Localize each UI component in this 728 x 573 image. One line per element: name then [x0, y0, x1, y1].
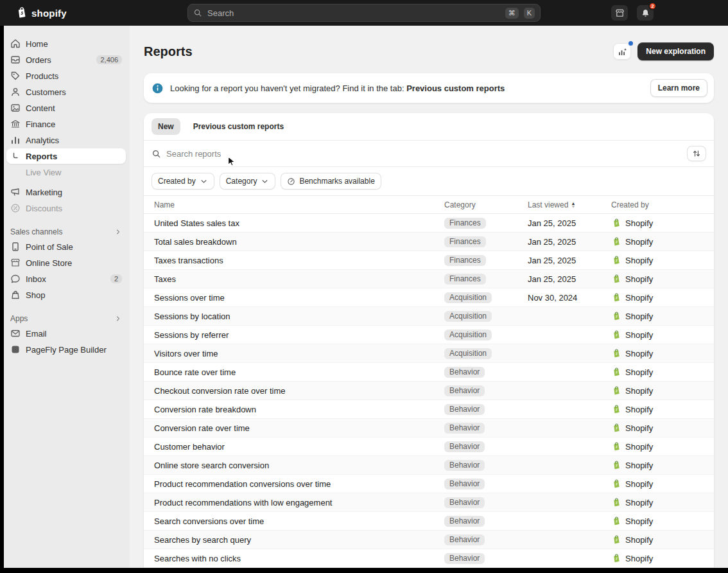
shopify-logo-icon	[611, 274, 621, 284]
table-row[interactable]: Taxes transactions Finances Jan 25, 2025…	[144, 251, 714, 270]
sidebar-item-online-store[interactable]: Online Store	[6, 255, 126, 270]
sort-button[interactable]	[687, 146, 706, 161]
global-search-input[interactable]	[207, 8, 500, 18]
sidebar-item-content[interactable]: Content	[6, 100, 126, 116]
table-row[interactable]: Sessions by referrer Acquisition Shopify	[144, 326, 714, 344]
sidebar-item-point-of-sale[interactable]: Point of Sale	[6, 239, 126, 254]
category-badge: Behavior	[444, 553, 485, 564]
table-row[interactable]: Visitors over time Acquisition Shopify	[144, 344, 714, 363]
tab-previous-custom-reports[interactable]: Previous custom reports	[187, 118, 290, 135]
report-name[interactable]: Sessions by location	[154, 312, 444, 321]
report-name[interactable]: Searches with no clicks	[154, 554, 444, 563]
report-name[interactable]: Checkout conversion rate over time	[154, 386, 444, 396]
report-name[interactable]: Product recommendation conversions over …	[154, 479, 444, 489]
table-row[interactable]: Customer behavior Behavior Shopify	[144, 437, 714, 456]
report-name[interactable]: Sessions over time	[154, 293, 444, 303]
column-header-last-viewed[interactable]: Last viewed ▲▼	[528, 200, 611, 209]
report-name[interactable]: Conversion rate over time	[154, 423, 444, 433]
notifications-button[interactable]: 2	[637, 5, 654, 21]
table-row[interactable]: Product recommendation conversions over …	[144, 475, 714, 493]
exploration-icon-button[interactable]	[613, 43, 631, 60]
report-name[interactable]: Product recommendations with low engagem…	[154, 498, 444, 507]
table-row[interactable]: Total sales breakdown Finances Jan 25, 2…	[144, 233, 714, 251]
column-header-created-by[interactable]: Created by	[611, 200, 704, 209]
report-name[interactable]: Searches by search query	[154, 535, 444, 545]
sidebar-item-live-view[interactable]: Live View	[6, 164, 126, 180]
search-icon	[152, 149, 161, 159]
table-row[interactable]: Sessions by location Acquisition Shopify	[144, 307, 714, 326]
banner-bold-text: Previous custom reports	[406, 84, 505, 93]
category-badge: Finances	[444, 236, 486, 247]
sidebar-item-orders[interactable]: Orders2,406	[6, 52, 126, 67]
table-row[interactable]: Conversion rate breakdown Behavior Shopi…	[144, 400, 714, 419]
chevron-right-icon	[114, 315, 122, 322]
sidebar-item-inbox[interactable]: Inbox2	[6, 271, 126, 286]
sidebar-item-email[interactable]: Email	[6, 326, 126, 341]
sidebar-item-discounts[interactable]: Discounts	[6, 200, 126, 216]
table-row[interactable]: United States sales tax Finances Jan 25,…	[144, 214, 714, 233]
report-name[interactable]: Customer behavior	[154, 442, 444, 452]
store-menu-button[interactable]	[611, 5, 628, 21]
created-by-label: Shopify	[625, 218, 653, 228]
sidebar-item-label: Finance	[26, 119, 122, 129]
learn-more-button[interactable]: Learn more	[650, 79, 707, 97]
sidebar-item-shop[interactable]: Shop	[6, 287, 126, 303]
sidebar-section-heading[interactable]: Sales channels	[6, 225, 126, 239]
sidebar-section: MarketingDiscounts	[6, 184, 126, 216]
table-row[interactable]: Search conversions over time Behavior Sh…	[144, 512, 714, 531]
explore-chart-icon	[618, 47, 627, 57]
table-row[interactable]: Sessions over time Acquisition Nov 30, 2…	[144, 288, 714, 307]
filter-benchmarks[interactable]: Benchmarks available	[281, 173, 381, 190]
sidebar-item-marketing[interactable]: Marketing	[6, 184, 126, 200]
filter-created-by[interactable]: Created by	[152, 173, 214, 190]
category-badge: Behavior	[444, 534, 485, 545]
blank-icon	[10, 167, 21, 177]
report-name[interactable]: Total sales breakdown	[154, 237, 444, 247]
category-badge: Finances	[444, 255, 486, 266]
column-header-category[interactable]: Category	[444, 200, 528, 209]
header-actions: New exploration	[613, 42, 714, 60]
sidebar-item-customers[interactable]: Customers	[6, 84, 126, 100]
sidebar-item-analytics[interactable]: Analytics	[6, 132, 126, 148]
report-name[interactable]: Sessions by referrer	[154, 330, 444, 340]
table-row[interactable]: Bounce rate over time Behavior Shopify	[144, 363, 714, 382]
sidebar-item-reports[interactable]: Reports	[6, 148, 126, 164]
inbox-icon	[10, 274, 21, 284]
banner-text: Looking for a report you haven't yet mig…	[170, 84, 644, 93]
shortcut-cmd-key: ⌘	[505, 8, 519, 19]
report-name[interactable]: Search conversions over time	[154, 516, 444, 526]
table-row[interactable]: Online store search conversion Behavior …	[144, 456, 714, 475]
sidebar-item-finance[interactable]: Finance	[6, 116, 126, 132]
tab-new[interactable]: New	[152, 118, 180, 135]
shopify-logo[interactable]: shopify	[15, 0, 67, 26]
filter-category[interactable]: Category	[220, 173, 276, 190]
global-search[interactable]: ⌘ K	[187, 4, 541, 22]
new-exploration-button[interactable]: New exploration	[637, 42, 714, 60]
table-row[interactable]: Product recommendations with low engagem…	[144, 493, 714, 512]
shopify-logo-icon	[611, 423, 621, 433]
table-row[interactable]: Searches with no clicks Behavior Shopify	[144, 549, 714, 568]
reports-search-input[interactable]	[166, 149, 682, 159]
sidebar-item-products[interactable]: Products	[6, 68, 126, 84]
report-name[interactable]: Conversion rate breakdown	[154, 405, 444, 414]
table-row[interactable]: Taxes Finances Jan 25, 2025 Shopify	[144, 270, 714, 288]
sidebar-section-heading[interactable]: Apps	[6, 312, 126, 326]
category-badge: Finances	[444, 218, 486, 229]
report-name[interactable]: Online store search conversion	[154, 461, 444, 470]
sidebar-item-home[interactable]: Home	[6, 36, 126, 51]
table-row[interactable]: Conversion rate over time Behavior Shopi…	[144, 419, 714, 437]
category-badge: Acquisition	[444, 348, 492, 359]
sidebar-item-pagefly[interactable]: PageFly Page Builder	[6, 342, 126, 357]
report-name[interactable]: United States sales tax	[154, 218, 444, 228]
report-name[interactable]: Bounce rate over time	[154, 367, 444, 377]
shopify-logo-icon	[611, 479, 621, 489]
sidebar-item-label: Email	[26, 329, 122, 339]
column-header-name[interactable]: Name	[154, 200, 444, 209]
table-row[interactable]: Searches by search query Behavior Shopif…	[144, 531, 714, 549]
report-name[interactable]: Visitors over time	[154, 349, 444, 358]
created-by-label: Shopify	[625, 479, 653, 489]
report-name[interactable]: Taxes	[154, 274, 444, 284]
table-row[interactable]: Checkout conversion rate over time Behav…	[144, 382, 714, 400]
report-name[interactable]: Taxes transactions	[154, 256, 444, 265]
shopify-logo-icon	[611, 311, 621, 321]
